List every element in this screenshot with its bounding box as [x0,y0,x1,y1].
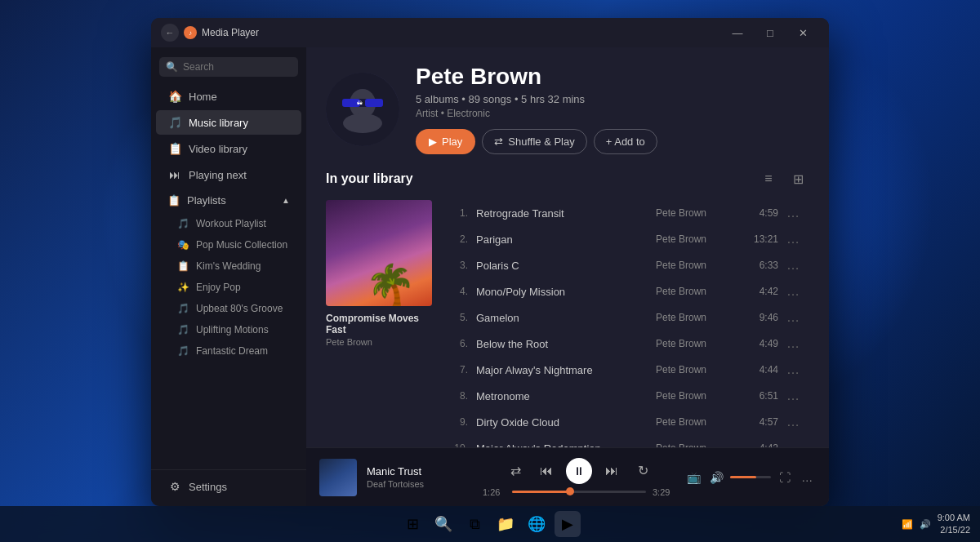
track-name: Major Alway's Nightmare [476,364,648,376]
table-row[interactable]: 4. Mono/Poly Mission Pete Brown 4:42 … [445,278,809,304]
title-bar: ← ♪ Media Player — □ ✕ [151,18,829,47]
sidebar-item-home[interactable]: 🏠 Home [156,84,301,109]
fullscreen-button[interactable]: ⛶ [776,467,794,488]
track-duration: 6:33 [746,260,778,271]
track-more-icon[interactable]: … [786,258,803,273]
track-more-icon[interactable]: … [786,441,803,447]
track-artist: Pete Brown [656,364,737,375]
track-artist: Pete Brown [656,338,737,349]
search-input[interactable] [183,61,305,73]
track-duration: 4:44 [746,364,778,375]
sidebar-item-label: Playing next [189,169,247,181]
playlist-item-upbeat[interactable]: 🎵 Upbeat 80's Groove [151,298,306,319]
now-playing-track-info: Manic Trust Deaf Tortoises [367,465,473,489]
start-icon[interactable]: ⊞ [399,511,425,537]
artist-stats: 5 albums • 89 songs • 5 hrs 32 mins [416,93,809,105]
taskbar-right: 📶 🔊 9:00 AM 2/15/22 [902,512,970,537]
playlist-item-fantastic[interactable]: 🎵 Fantastic Dream [151,340,306,362]
sidebar-item-playing-next[interactable]: ⏭ Playing next [156,162,301,187]
shuffle-button[interactable]: ⇄ [504,460,527,482]
track-more-icon[interactable]: … [786,415,803,429]
artist-info: Pete Brown 5 albums • 89 songs • 5 hrs 3… [416,64,809,154]
playlist-icon: 🎭 [177,239,189,251]
table-row[interactable]: 5. Gamelon Pete Brown 9:46 … [445,304,809,331]
sidebar-item-video-library[interactable]: 📋 Video library [156,136,301,161]
track-more-icon[interactable]: … [786,206,803,220]
now-playing-art-image [319,459,357,496]
shuffle-play-button[interactable]: ⇄ Shuffle & Play [482,129,586,154]
repeat-button[interactable]: ↻ [631,460,654,482]
track-more-icon[interactable]: … [786,362,803,377]
taskbar-search-icon[interactable]: 🔍 [430,511,457,537]
now-playing-album-art [319,459,357,496]
track-list: 1. Retrograde Transit Pete Brown 4:59 … … [445,200,809,447]
library-section: In your library ≡ ⊞ 🌴 Comprom [306,167,829,447]
track-more-icon[interactable]: … [786,284,803,299]
playback-buttons: ⇄ ⏮ ⏸ ⏭ ↻ [504,458,654,484]
mediaplayer-taskbar-icon[interactable]: ▶ [555,511,581,537]
taskbar-date: 2/15/22 [938,524,970,536]
sidebar-item-label: Home [189,91,217,103]
playlist-item-pop-music[interactable]: 🎭 Pop Music Collection [151,234,306,255]
list-view-button[interactable]: ≡ [757,167,780,190]
track-more-icon[interactable]: … [786,389,803,403]
now-playing-track-name: Manic Trust [367,465,473,478]
table-row[interactable]: 7. Major Alway's Nightmare Pete Brown 4:… [445,357,809,383]
playlist-item-enjoy-pop[interactable]: ✨ Enjoy Pop [151,277,306,298]
more-options-button[interactable]: … [798,467,816,488]
close-button[interactable]: ✕ [786,18,819,47]
maximize-button[interactable]: □ [754,18,786,47]
table-row[interactable]: 1. Retrograde Transit Pete Brown 4:59 … [445,200,809,226]
playlist-item-uplifting[interactable]: 🎵 Uplifting Motions [151,319,306,340]
album-art[interactable]: 🌴 [326,200,432,306]
track-name: Polaris C [476,260,648,272]
taskview-icon[interactable]: ⧉ [461,511,488,537]
previous-button[interactable]: ⏮ [535,460,558,482]
playlist-icon: ✨ [177,282,189,293]
playlists-icon: 📋 [167,194,180,207]
table-row[interactable]: 6. Below the Root Pete Brown 4:49 … [445,331,809,357]
seekbar[interactable] [512,491,646,493]
track-number: 1. [452,207,468,219]
play-button[interactable]: ▶ Play [416,129,475,154]
track-name: Metronome [476,390,648,402]
search-box[interactable]: 🔍 [159,57,298,77]
track-name: Gamelon [476,312,648,324]
playing-next-icon: ⏭ [167,168,182,181]
volume-slider[interactable] [730,476,771,478]
sidebar: 🔍 🏠 Home 🎵 Music library 📋 Video library… [151,47,306,506]
sidebar-item-music-library[interactable]: 🎵 Music library [156,110,301,135]
minimize-button[interactable]: — [721,18,754,47]
volume-icon[interactable]: 🔊 [708,467,726,488]
explorer-icon[interactable]: 📁 [492,511,519,537]
table-row[interactable]: 8. Metronome Pete Brown 6:51 … [445,383,809,409]
playlist-item-kims-wedding[interactable]: 📋 Kim's Wedding [151,255,306,277]
playlists-label: Playlists [187,194,226,207]
grid-view-button[interactable]: ⊞ [786,167,809,190]
edge-icon[interactable]: 🌐 [523,511,550,537]
pause-button[interactable]: ⏸ [566,458,592,484]
artist-genre: Artist • Electronic [416,108,809,119]
back-button[interactable]: ← [161,24,179,42]
svg-point-6 [343,113,382,133]
playlists-section-header[interactable]: 📋 Playlists ▲ [156,189,301,212]
sidebar-item-settings[interactable]: ⚙ Settings [156,474,301,499]
playlist-item-workout[interactable]: 🎵 Workout Playlist [151,213,306,234]
table-row[interactable]: 10. Major Alway's Redemption Pete Brown … [445,435,809,447]
track-more-icon[interactable]: … [786,232,803,247]
track-number: 3. [452,260,468,271]
next-button[interactable]: ⏭ [600,460,623,482]
add-to-button[interactable]: + Add to [594,129,657,154]
progress-thumb [566,487,574,495]
playlist-icon: 🎵 [177,303,189,314]
table-row[interactable]: 2. Parigan Pete Brown 13:21 … [445,226,809,252]
album-art-decoration: 🌴 [365,265,416,306]
table-row[interactable]: 3. Polaris C Pete Brown 6:33 … [445,252,809,278]
track-more-icon[interactable]: … [786,336,803,351]
track-more-icon[interactable]: … [786,310,803,325]
track-duration: 4:42 [746,286,778,297]
cast-button[interactable]: 📺 [685,467,703,488]
sidebar-item-label: Music library [189,117,248,129]
table-row[interactable]: 9. Dirty Oxide Cloud Pete Brown 4:57 … [445,409,809,435]
app-window: ← ♪ Media Player — □ ✕ 🔍 🏠 Home 🎵 Music … [151,18,829,506]
